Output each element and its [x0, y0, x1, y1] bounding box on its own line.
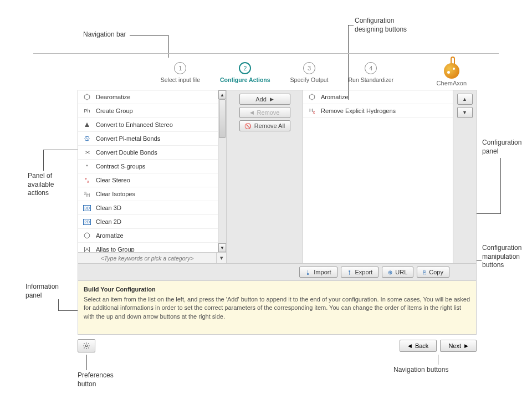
callout-line: [43, 150, 44, 171]
button-label: Export: [355, 269, 373, 275]
config-design-buttons: Add ▶ ◀ Remove 🚫 Remove All: [227, 90, 303, 263]
scroll-up-button[interactable]: ▲: [218, 90, 226, 99]
action-icon: [83, 231, 91, 240]
scroll-thumb[interactable]: [219, 99, 226, 138]
callout-line: [86, 355, 87, 370]
action-icon: [83, 134, 91, 143]
action-label: Convert to Enhanced Stereo: [96, 121, 173, 128]
triangle-right-icon: ▶: [270, 96, 274, 102]
list-item[interactable]: Aromatize: [303, 90, 453, 104]
action-icon: *: [83, 162, 91, 171]
step-4[interactable]: 4 Run Standardizer: [348, 62, 393, 83]
list-item[interactable]: 3DClean 3D: [78, 201, 226, 215]
action-label: Clean 3D: [96, 204, 121, 211]
next-button[interactable]: Next ▶: [440, 340, 477, 352]
step-2[interactable]: 2 Configure Actions: [220, 62, 270, 83]
callout-line: [130, 35, 168, 36]
button-label: Remove: [257, 109, 280, 116]
callout-line: [500, 158, 501, 213]
callout-avail-panel: Panel of available actions: [28, 172, 54, 198]
list-item[interactable]: HxRemove Explicit Hydrogens: [303, 104, 453, 118]
import-icon: ⭳: [305, 269, 311, 275]
callout-pref-button: Preferences button: [78, 371, 114, 388]
button-label: URL: [395, 269, 407, 275]
action-icon: Hx: [308, 106, 316, 115]
callout-nav-bar: Navigation bar: [83, 30, 126, 39]
export-icon: ⭱: [347, 269, 352, 275]
app-window: ChemAxon 1 Select input file 2 Configure…: [78, 53, 477, 352]
copy-button[interactable]: ⎘ Copy: [417, 267, 449, 278]
action-label: Aromatize: [96, 232, 124, 239]
search-input[interactable]: [78, 253, 216, 263]
action-label: Convert Double Bonds: [96, 149, 157, 156]
list-item[interactable]: Convert Pi-metal Bonds: [78, 132, 226, 146]
svg-marker-0: [84, 94, 89, 100]
list-item[interactable]: Dearomatize: [78, 90, 226, 104]
scroll-track[interactable]: [218, 99, 226, 243]
remove-all-button[interactable]: 🚫 Remove All: [239, 120, 290, 131]
wizard-steps: 1 Select input file 2 Configure Actions …: [78, 53, 477, 90]
step-3[interactable]: 3 Specify Output: [290, 62, 329, 83]
list-item[interactable]: 2HClear Isotopes: [78, 187, 226, 201]
button-label: Back: [415, 342, 428, 349]
reorder-controls: ▲ ▼: [453, 90, 476, 263]
search-dropdown-button[interactable]: ▾: [216, 253, 226, 263]
step-1[interactable]: 1 Select input file: [161, 62, 200, 83]
list-item[interactable]: PhCreate Group: [78, 104, 226, 118]
list-item[interactable]: *Contract S-groups: [78, 160, 226, 173]
scroll-down-button[interactable]: ▼: [218, 243, 226, 252]
import-button[interactable]: ⭳ Import: [299, 267, 337, 278]
list-item[interactable]: Aromatize: [78, 229, 226, 243]
svg-marker-3: [309, 94, 314, 100]
list-item[interactable]: [A]Alias to Group: [78, 243, 226, 252]
triangle-left-icon: ◀: [250, 110, 254, 115]
available-actions-panel: DearomatizePhCreate GroupConvert to Enha…: [78, 90, 227, 263]
step-label: Specify Output: [290, 76, 329, 83]
list-item[interactable]: 2DClean 2D: [78, 215, 226, 229]
action-icon: 2H: [83, 190, 91, 198]
callout-manip-buttons: Configuration manipulation buttons: [482, 244, 521, 270]
list-item[interactable]: Convert to Enhanced Stereo: [78, 118, 226, 132]
list-item[interactable]: *xClear Stereo: [78, 173, 226, 187]
callout-line: [348, 25, 354, 25]
copy-icon: ⎘: [423, 269, 426, 275]
action-label: Alias to Group: [96, 246, 135, 252]
back-button[interactable]: ◀ Back: [400, 340, 437, 352]
chemaxon-logo: ChemAxon: [437, 57, 467, 86]
action-label: Clear Stereo: [96, 177, 130, 183]
list-item[interactable]: ><Convert Double Bonds: [78, 146, 226, 160]
action-label: Aromatize: [321, 94, 349, 100]
url-button[interactable]: ⊕ URL: [382, 267, 413, 278]
action-icon: [83, 120, 91, 129]
remove-button[interactable]: ◀ Remove: [239, 107, 290, 118]
action-icon: 2D: [83, 217, 91, 226]
button-label: Next: [448, 342, 461, 349]
url-icon: ⊕: [388, 269, 392, 275]
move-up-button[interactable]: ▲: [457, 94, 473, 105]
bottom-bar: ◀ Back Next ▶: [78, 339, 477, 352]
add-button[interactable]: Add ▶: [239, 94, 290, 105]
callout-cfg-panel: Configuration panel: [482, 139, 521, 156]
scrollbar[interactable]: ▲ ▼: [218, 90, 226, 252]
step-label: Configure Actions: [220, 76, 270, 83]
step-circle-icon: 4: [365, 62, 377, 74]
triangle-right-icon: ▶: [464, 343, 468, 349]
action-label: Create Group: [96, 108, 133, 114]
action-icon: [308, 93, 316, 101]
button-label: Add: [255, 96, 267, 103]
step-label: Select input file: [161, 76, 200, 83]
action-label: Clear Isotopes: [96, 191, 135, 197]
action-icon: Ph: [83, 106, 91, 115]
configuration-list[interactable]: AromatizeHxRemove Explicit Hydrogens: [303, 90, 453, 263]
action-label: Remove Explicit Hydrogens: [321, 108, 396, 114]
navigation-buttons: ◀ Back Next ▶: [400, 340, 477, 352]
step-circle-icon: 1: [174, 62, 186, 74]
preferences-button[interactable]: [78, 339, 95, 352]
button-label: Copy: [429, 269, 443, 275]
action-icon: ><: [83, 148, 91, 157]
action-label: Contract S-groups: [96, 163, 145, 170]
config-manipulation-buttons: ⭳ Import ⭱ Export ⊕ URL ⎘ Copy: [78, 264, 477, 281]
move-down-button[interactable]: ▼: [457, 107, 473, 118]
available-actions-list[interactable]: DearomatizePhCreate GroupConvert to Enha…: [78, 90, 226, 252]
export-button[interactable]: ⭱ Export: [341, 267, 379, 278]
